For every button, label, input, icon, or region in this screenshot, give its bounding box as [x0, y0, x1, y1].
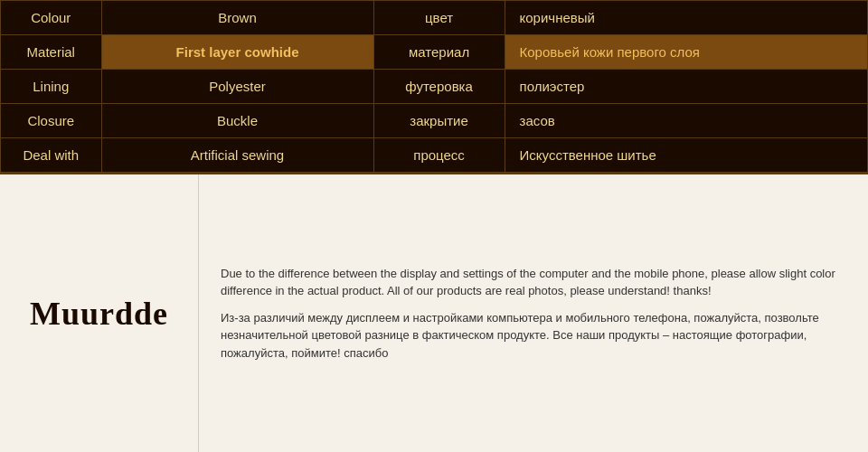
col-value-ru-2: полиэстер: [505, 70, 867, 104]
disclaimer-russian: Из-за различий между дисплеем и настройк…: [221, 309, 846, 363]
col-value-en-4: Artificial sewing: [101, 138, 373, 173]
table-row: ClosureBuckleзакрытиезасов: [1, 104, 868, 138]
col-value-en-1: First layer cowhide: [101, 35, 373, 70]
col-value-en-3: Buckle: [101, 104, 373, 138]
bottom-section: Muurdde Due to the difference between th…: [0, 173, 868, 452]
col-value-ru-4: Искусственное шитье: [505, 138, 867, 173]
table-row: MaterialFirst layer cowhideматериалКоров…: [1, 35, 868, 70]
col-value-en-2: Polyester: [101, 70, 373, 104]
col-label-en-0: Colour: [1, 1, 102, 35]
col-label-en-4: Deal with: [1, 138, 102, 173]
brand-logo: Muurdde: [30, 295, 168, 333]
col-label-ru-0: цвет: [373, 1, 505, 35]
col-label-ru-2: футеровка: [373, 70, 505, 104]
page-wrapper: ColourBrownцветкоричневыйMaterialFirst l…: [0, 0, 868, 452]
table-row: ColourBrownцветкоричневый: [1, 1, 868, 35]
col-value-en-0: Brown: [101, 1, 373, 35]
disclaimer-english: Due to the difference between the displa…: [221, 265, 846, 300]
table-row: LiningPolyesterфутеровкаполиэстер: [1, 70, 868, 104]
col-label-ru-1: материал: [373, 35, 505, 70]
logo-area: Muurdde: [0, 174, 199, 452]
col-label-ru-4: процесс: [373, 138, 505, 173]
col-value-ru-1: Коровьей кожи первого слоя: [505, 35, 867, 70]
disclaimer-area: Due to the difference between the displa…: [199, 174, 868, 452]
product-table: ColourBrownцветкоричневыйMaterialFirst l…: [0, 0, 868, 173]
col-label-en-2: Lining: [1, 70, 102, 104]
col-value-ru-3: засов: [505, 104, 867, 138]
table-row: Deal withArtificial sewingпроцессИскусст…: [1, 138, 868, 173]
col-value-ru-0: коричневый: [505, 1, 867, 35]
col-label-ru-3: закрытие: [373, 104, 505, 138]
col-label-en-3: Closure: [1, 104, 102, 138]
col-label-en-1: Material: [1, 35, 102, 70]
